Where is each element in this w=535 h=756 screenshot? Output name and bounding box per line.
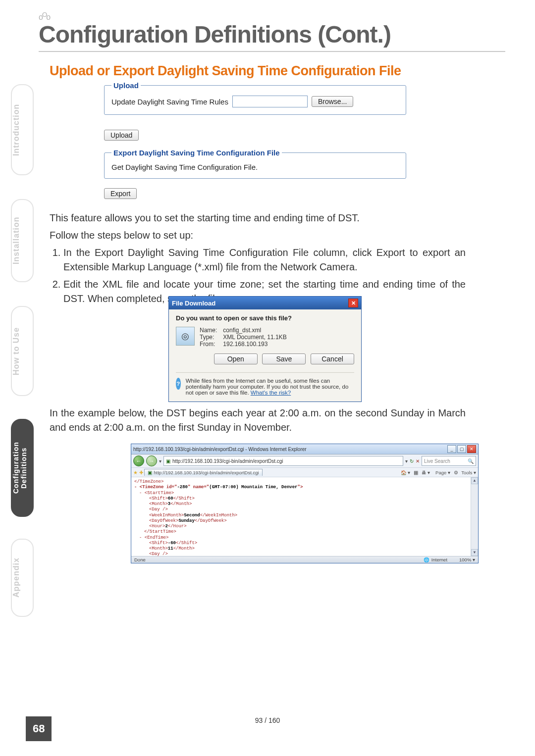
minimize-icon[interactable]: _	[447, 445, 456, 453]
intro-text: This feature allows you to set the start…	[50, 211, 466, 225]
name-label: Name:	[200, 327, 221, 334]
info-icon: ?	[176, 378, 181, 390]
sidebar-tab-configuration-definitions[interactable]: Configuration Definitions	[11, 419, 34, 517]
sidebar-tab-installation[interactable]: Installation	[11, 199, 34, 282]
status-done: Done	[134, 557, 146, 562]
page-title: Configuration Definitions (Cont.)	[39, 21, 505, 52]
page-counter: 93 / 160	[0, 716, 535, 724]
zoom-level[interactable]: 100% ▾	[459, 557, 475, 562]
favorite-star-icon[interactable]: ★	[133, 470, 138, 475]
type-label: Type:	[200, 334, 221, 341]
get-file-label: Get Daylight Saving Time Configuration F…	[111, 163, 258, 171]
cancel-button[interactable]: Cancel	[311, 353, 354, 364]
browser-tab[interactable]: ▣ http://192.168.100.193/cgi-bin/admin/e…	[144, 469, 262, 476]
search-icon[interactable]: 🔍	[468, 458, 474, 464]
name-value: config_dst.xml	[223, 327, 261, 334]
status-zone: Internet	[431, 557, 447, 562]
tab-title: http://192.168.100.193/cgi-bin/admin/exp…	[154, 470, 259, 475]
close-icon[interactable]: ✕	[467, 445, 476, 453]
forward-button-icon[interactable]: →	[146, 455, 157, 466]
page-number-badge: 68	[26, 716, 52, 741]
maximize-icon[interactable]: ▢	[457, 445, 466, 453]
upload-legend: Upload	[111, 81, 141, 90]
xml-file-icon: ◎	[176, 327, 195, 346]
upload-button[interactable]: Upload	[104, 130, 139, 141]
page-menu[interactable]: Page ▾	[433, 470, 450, 475]
whats-the-risk-link[interactable]: What's the risk?	[251, 390, 291, 396]
ie-title: http://192.168.100.193/cgi-bin/admin/exp…	[133, 447, 307, 452]
section-heading: Upload or Export Daylight Saving Time Co…	[50, 63, 401, 79]
print-icon[interactable]: 🖶 ▾	[422, 470, 430, 475]
export-button[interactable]: Export	[104, 188, 137, 199]
scrollbar[interactable]: ▲ ▼	[471, 477, 478, 556]
type-value: XML Document, 11.1KB	[223, 334, 286, 341]
example-paragraph: In the example below, the DST begins eac…	[50, 406, 466, 435]
sidebar-tab-introduction[interactable]: Introduction	[11, 84, 34, 175]
upload-fieldset: Upload Update Daylight Saving Time Rules…	[104, 81, 406, 115]
dialog-question: Do you want to open or save this file?	[176, 314, 354, 322]
sidebar-tab-appendix[interactable]: Appendix	[11, 539, 34, 617]
ie-page-icon: ▣	[166, 458, 170, 464]
add-favorite-icon[interactable]: ✚	[139, 470, 143, 475]
xml-content: </TimeZone> - <TimeZone id="-280" name="…	[131, 477, 478, 556]
tools-menu[interactable]: ⚙ Tools ▾	[454, 470, 476, 475]
decorative-bubbles: oOo	[39, 11, 505, 22]
file-path-input[interactable]	[232, 96, 308, 107]
from-label: From:	[200, 341, 221, 348]
browse-button[interactable]: Browse...	[312, 96, 353, 107]
scroll-down-icon[interactable]: ▼	[471, 549, 478, 556]
export-fieldset: Export Daylight Saving Time Configuratio…	[104, 149, 406, 179]
sidebar-tab-config-line2: Definitions	[20, 447, 28, 488]
ie-window: http://192.168.100.193/cgi-bin/admin/exp…	[131, 444, 479, 563]
step-1-text: In the Export Daylight Saving Time Confi…	[63, 246, 466, 274]
dialog-title: File Download	[172, 300, 215, 307]
home-icon[interactable]: 🏠 ▾	[401, 470, 411, 475]
follow-text: Follow the steps below to set up:	[50, 228, 466, 243]
back-button-icon[interactable]: ←	[133, 455, 144, 466]
search-placeholder: Live Search	[424, 458, 450, 464]
sidebar-tab-config-line1: Configuration	[12, 442, 20, 494]
update-rules-label: Update Daylight Saving Time Rules	[111, 98, 228, 106]
address-text: http://192.168.100.193/cgi-bin/admin/exp…	[172, 458, 283, 464]
open-button[interactable]: Open	[214, 353, 258, 364]
save-button[interactable]: Save	[262, 353, 306, 364]
scroll-up-icon[interactable]: ▲	[471, 477, 478, 484]
feeds-icon[interactable]: ▦	[414, 470, 418, 475]
export-legend: Export Daylight Saving Time Configuratio…	[111, 149, 282, 157]
internet-zone-icon: 🌐	[424, 557, 429, 562]
address-bar[interactable]: ▣ http://192.168.100.193/cgi-bin/admin/e…	[163, 456, 403, 466]
ie-page-icon: ▣	[148, 470, 152, 475]
from-value: 192.168.100.193	[223, 341, 268, 348]
close-icon[interactable]: ✕	[348, 299, 358, 307]
sidebar-tab-how-to-use[interactable]: How to Use	[11, 306, 34, 396]
search-box[interactable]: Live Search 🔍	[422, 456, 476, 466]
file-download-dialog: File Download ✕ Do you want to open or s…	[168, 296, 362, 402]
